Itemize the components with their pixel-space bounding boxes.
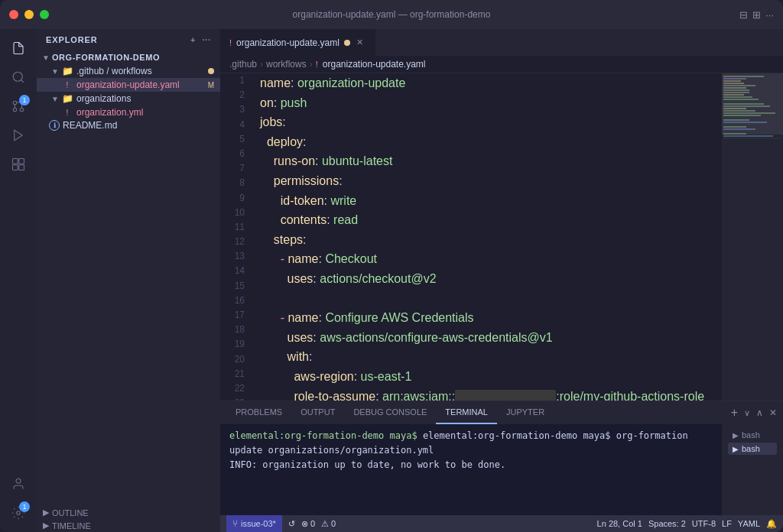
svg-point-0: [13, 72, 22, 81]
shell-item-2[interactable]: ▶ bash: [728, 443, 777, 455]
notifications-icon[interactable]: 🔔: [766, 519, 777, 529]
account-icon[interactable]: [5, 471, 31, 497]
terminal-expand-icon[interactable]: ∧: [756, 407, 763, 418]
source-control-icon[interactable]: 1: [5, 93, 31, 119]
code-editor[interactable]: name: organization-update on: push jobs:…: [251, 73, 722, 401]
code-line-3: jobs:: [260, 112, 722, 132]
tab-debug-console[interactable]: DEBUG CONSOLE: [344, 401, 436, 424]
code-line-6: permissions:: [260, 171, 722, 191]
terminal-panel: PROBLEMS OUTPUT DEBUG CONSOLE TERMINAL J…: [220, 401, 783, 515]
extensions-icon[interactable]: [5, 151, 31, 177]
ln-6: 6: [220, 147, 245, 161]
panel-tab-actions: + ∨ ∧ ✕: [731, 406, 777, 420]
svg-marker-6: [15, 130, 23, 141]
sidebar-bottom: ▶ OUTLINE ▶ TIMELINE: [37, 506, 220, 532]
tab-problems[interactable]: PROBLEMS: [226, 401, 291, 424]
tab-terminal[interactable]: TERMINAL: [436, 401, 497, 424]
breadcrumb-filename[interactable]: organization-update.yaml: [323, 59, 426, 70]
svg-rect-10: [19, 165, 24, 170]
errors-indicator[interactable]: ⊗ 0: [301, 519, 315, 529]
spaces-indicator[interactable]: Spaces: 2: [648, 519, 686, 528]
minimize-button[interactable]: [24, 10, 34, 19]
ln-13: 13: [220, 249, 245, 264]
tabs-bar: ! organization-update.yaml ✕: [220, 29, 783, 56]
svg-point-2: [20, 108, 24, 112]
code-line-11: uses: actions/checkout@v2: [260, 269, 722, 289]
cursor-position[interactable]: Ln 28, Col 1: [597, 519, 642, 528]
new-file-icon[interactable]: +: [190, 35, 196, 44]
line-numbers: 1 2 3 4 5 6 7 8 9 10 11 12 13 14 15 16 1…: [220, 73, 251, 401]
search-icon[interactable]: [5, 64, 31, 90]
split-icon[interactable]: ⊞: [752, 9, 761, 21]
sidebar: Explorer + ··· ▼ ORG-FORMATION-DEMO ▼ 📁 …: [37, 29, 220, 532]
code-line-13: - name: Configure AWS Credentials: [260, 308, 722, 328]
breadcrumb: .github › workflows › ! organization-upd…: [220, 56, 783, 73]
code-line-2: on: push: [260, 93, 722, 113]
terminal-body: elemental:org-formation-demo maya$ eleme…: [220, 424, 783, 515]
run-debug-icon[interactable]: [5, 122, 31, 148]
window-title: organization-update.yaml — org-formation…: [293, 9, 491, 20]
sync-icon[interactable]: ↺: [288, 519, 295, 529]
sidebar-item-readme[interactable]: ℹ README.md: [37, 119, 220, 131]
sidebar-label-github-workflows: .github / workflows: [76, 66, 208, 76]
sidebar-item-org-update-yaml[interactable]: ! organization-update.yaml M: [37, 78, 220, 92]
svg-line-1: [21, 79, 23, 82]
warnings-indicator[interactable]: ⚠ 0: [321, 519, 336, 529]
settings-badge: 1: [19, 501, 30, 512]
encoding-indicator[interactable]: UTF-8: [692, 519, 716, 528]
code-line-4: deploy:: [260, 132, 722, 152]
tab-jupyter[interactable]: JUPYTER: [497, 401, 554, 424]
more-actions-icon[interactable]: ···: [202, 35, 211, 44]
panel-tabs: PROBLEMS OUTPUT DEBUG CONSOLE TERMINAL J…: [220, 401, 783, 424]
ln-21: 21: [220, 367, 245, 381]
sidebar-item-root[interactable]: ▼ ORG-FORMATION-DEMO: [37, 50, 220, 64]
terminal-line-1: elemental:org-formation-demo maya$ eleme…: [229, 429, 713, 458]
code-line-14: uses: aws-actions/configure-aws-credenti…: [260, 328, 722, 348]
warning-status-icon: ⚠: [321, 519, 329, 528]
warning-icon-2: !: [61, 106, 73, 118]
close-button[interactable]: [9, 10, 18, 19]
folder-arrow: ▼: [49, 65, 61, 77]
tab-output[interactable]: OUTPUT: [291, 401, 344, 424]
settings-icon[interactable]: 1: [5, 500, 31, 526]
files-icon[interactable]: [5, 35, 31, 61]
sidebar-item-organizations[interactable]: ▼ 📁 organizations: [37, 92, 220, 105]
shell-item-1[interactable]: ▶ bash: [728, 429, 777, 441]
svg-point-4: [13, 108, 17, 112]
outline-section[interactable]: ▶ OUTLINE: [37, 506, 220, 519]
maximize-button[interactable]: [40, 10, 49, 19]
ln-2: 2: [220, 88, 245, 102]
code-line-10: - name: Checkout: [260, 249, 722, 269]
sidebar-label-readme: README.md: [63, 120, 220, 131]
shell-list: ▶ bash ▶ bash: [722, 424, 783, 515]
terminal-content[interactable]: elemental:org-formation-demo maya$ eleme…: [220, 424, 722, 515]
more-icon[interactable]: ···: [765, 9, 774, 21]
modified-indicator: [208, 68, 214, 74]
sidebar-item-github-workflows[interactable]: ▼ 📁 .github / workflows: [37, 64, 220, 78]
error-icon: ⊗: [301, 519, 308, 528]
ln-5: 5: [220, 132, 245, 147]
timeline-section[interactable]: ▶ TIMELINE: [37, 519, 220, 532]
code-line-16: aws-region: us-east-1: [260, 367, 722, 387]
branch-indicator[interactable]: ⑂ issue-03*: [226, 515, 282, 532]
code-line-5: runs-on: ubuntu-latest: [260, 151, 722, 171]
tab-close-button[interactable]: ✕: [355, 37, 366, 48]
layout-icon[interactable]: ⊟: [739, 9, 748, 21]
terminal-more-icon[interactable]: ∨: [744, 408, 750, 418]
language-indicator[interactable]: YAML: [738, 519, 760, 528]
line-ending-indicator[interactable]: LF: [722, 519, 732, 528]
add-terminal-icon[interactable]: +: [731, 406, 738, 420]
tab-modified-dot: [344, 40, 350, 46]
app-body: 1 1: [0, 29, 783, 532]
terminal-close-icon[interactable]: ✕: [769, 407, 777, 418]
tab-org-update-yaml[interactable]: ! organization-update.yaml ✕: [220, 29, 375, 56]
activity-bar: 1 1: [0, 29, 37, 532]
sidebar-label-organization-yml: organization.yml: [76, 107, 220, 118]
breadcrumb-github[interactable]: .github: [229, 59, 257, 70]
breadcrumb-workflows[interactable]: workflows: [266, 59, 307, 70]
sidebar-header: Explorer + ···: [37, 29, 220, 50]
ln-14: 14: [220, 264, 245, 278]
shell-icon-1: ▶: [733, 431, 739, 440]
collapse-arrow: ▼: [40, 51, 52, 63]
sidebar-item-organization-yml[interactable]: ! organization.yml: [37, 105, 220, 119]
